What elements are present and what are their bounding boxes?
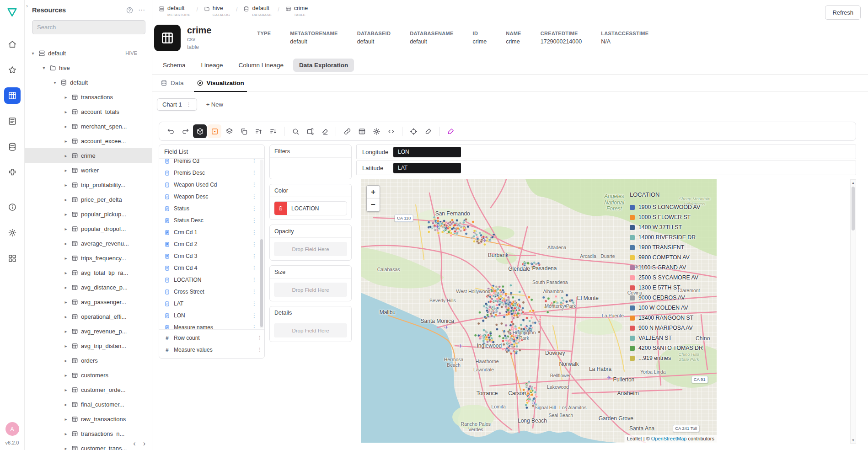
cube-button[interactable] (193, 124, 207, 138)
kebab-icon[interactable]: ⋮ (252, 312, 257, 319)
field-crm-cd-3[interactable]: Crm Cd 3⋮ (159, 250, 259, 262)
link-button[interactable] (340, 124, 354, 138)
subtab-data[interactable]: Data (161, 75, 184, 91)
tree-item-price-per-delta[interactable]: ▸price_per_delta (25, 192, 152, 207)
shelf-body-size[interactable]: Drop Field Here (270, 279, 351, 301)
undo-button[interactable] (164, 124, 177, 138)
field-crm-cd-1[interactable]: Crm Cd 1⋮ (159, 226, 259, 238)
canvas-size-button[interactable] (303, 124, 317, 138)
kebab-icon[interactable]: ⋮ (252, 300, 257, 307)
chart-menu-icon[interactable]: ⋮ (186, 102, 192, 108)
chevron-down-icon[interactable]: ▾ (52, 80, 58, 85)
trash-icon[interactable] (274, 201, 287, 215)
user-avatar[interactable]: A (5, 422, 19, 436)
rail-item-database[interactable] (4, 139, 21, 155)
tree-item-raw-transactions[interactable]: ▸raw_transactions (25, 412, 152, 426)
kebab-icon[interactable]: ⋮ (252, 229, 257, 236)
chart-tab-chart-1[interactable]: Chart 1⋮ (157, 98, 197, 111)
chevron-right-icon[interactable]: ▸ (63, 95, 69, 100)
sort-asc-button[interactable] (252, 124, 265, 138)
breadcrumb-item-crime-table[interactable]: crimeTABLE (285, 5, 308, 17)
field-crm-cd-2[interactable]: Crm Cd 2⋮ (159, 238, 259, 250)
tree-item-account-totals[interactable]: ▸account_totals (25, 104, 152, 119)
app-logo-icon[interactable] (6, 6, 18, 18)
tab-lineage[interactable]: Lineage (195, 59, 229, 72)
chevron-right-icon[interactable]: ▸ (63, 212, 69, 217)
chart-scrollbar[interactable]: ▲ ▼ (850, 179, 856, 444)
highlighter-button[interactable] (444, 124, 457, 138)
chevron-right-icon[interactable]: ▸ (63, 417, 69, 422)
chart-scroll-thumb[interactable] (852, 187, 855, 230)
tree-item-popular-dropof[interactable]: ▸popular_dropof... (25, 221, 152, 236)
measure-measure-values[interactable]: #Measure values⋮ (159, 344, 264, 356)
tree-item-avg-revenue-p[interactable]: ▸avg_revenue_p... (25, 324, 152, 338)
tree-item-account-excee[interactable]: ▸account_excee... (25, 134, 152, 148)
field-measure-names[interactable]: Measure names⋮ (159, 321, 259, 329)
zoom-in-button[interactable]: + (367, 186, 380, 198)
brush-button[interactable] (421, 124, 435, 138)
chevron-right-icon[interactable]: ▸ (63, 446, 69, 450)
kebab-icon[interactable]: ⋮ (252, 170, 257, 176)
help-icon[interactable] (126, 6, 134, 14)
tab-data-exploration[interactable]: Data Exploration (293, 59, 354, 72)
rail-item-plugin[interactable] (4, 164, 21, 181)
scroll-up-icon[interactable]: ▲ (851, 180, 856, 186)
field-location[interactable]: LOCATION⋮ (159, 274, 259, 286)
sort-desc-button[interactable] (266, 124, 280, 138)
rail-item-apps[interactable] (4, 250, 21, 267)
field-list-scrollbar[interactable] (260, 160, 263, 328)
kebab-icon[interactable]: ⋮ (252, 193, 257, 200)
chevron-right-icon[interactable]: ▸ (63, 226, 69, 231)
kebab-icon[interactable]: ⋮ (257, 347, 263, 353)
panel-collapse-icon[interactable]: › (26, 3, 28, 9)
chevron-right-icon[interactable]: ▸ (63, 373, 69, 378)
eraser-button[interactable] (318, 124, 332, 138)
layers-button[interactable] (222, 124, 236, 138)
rail-item-star[interactable] (4, 62, 21, 78)
chevron-down-icon[interactable]: ▾ (41, 65, 47, 70)
gear-button[interactable] (370, 124, 383, 138)
tree-item-transactions[interactable]: ▸transactions (25, 90, 152, 104)
kebab-icon[interactable]: ⋮ (252, 277, 257, 283)
field-pill-location[interactable]: LOCATION (274, 201, 347, 215)
field-premis-desc[interactable]: Premis Desc⋮ (159, 167, 259, 179)
rail-item-info[interactable] (4, 199, 21, 215)
rail-item-table-grid[interactable] (4, 87, 21, 104)
kebab-icon[interactable]: ⋮ (252, 289, 257, 295)
shelf-body-details[interactable]: Drop Field Here (270, 319, 351, 342)
shelf-body-filters[interactable] (270, 158, 351, 179)
zoom-button[interactable] (289, 124, 302, 138)
chevron-right-icon[interactable]: ▸ (63, 431, 69, 436)
chevron-right-icon[interactable]: ▸ (63, 300, 69, 305)
tree-item-trip-profitability[interactable]: ▸trip_profitability... (25, 177, 152, 192)
chevron-right-icon[interactable]: ▸ (63, 270, 69, 275)
geom-button[interactable] (208, 124, 221, 138)
breadcrumb-item-default-database[interactable]: defaultDATABASE (243, 5, 272, 17)
map-canvas[interactable]: San FernandoBurbankGlendalePasadenaAltad… (361, 179, 717, 443)
shelf-body-opacity[interactable]: Drop Field Here (270, 238, 351, 260)
field-crm-cd-4[interactable]: Crm Cd 4⋮ (159, 262, 259, 274)
chevron-right-icon[interactable]: ▸ (63, 182, 69, 188)
more-options-icon[interactable]: ⋯ (138, 6, 145, 14)
kebab-icon[interactable]: ⋮ (252, 182, 257, 188)
chevron-right-icon[interactable]: ▸ (63, 329, 69, 334)
chevron-right-icon[interactable]: ▸ (63, 153, 69, 158)
redo-button[interactable] (178, 124, 192, 138)
tree-item-merchant-spen[interactable]: ▸merchant_spen... (25, 119, 152, 134)
tab-column-lineage[interactable]: Column Lineage (233, 59, 289, 72)
kebab-icon[interactable]: ⋮ (252, 205, 257, 212)
breadcrumb-item-hive-catalog[interactable]: hiveCATALOG (204, 5, 230, 17)
chevron-right-icon[interactable]: ▸ (63, 197, 69, 202)
new-chart-button[interactable]: + New (206, 101, 223, 108)
kebab-icon[interactable]: ⋮ (252, 265, 257, 271)
zoom-out-button[interactable]: − (367, 198, 380, 211)
field-list-scroll-thumb[interactable] (260, 239, 263, 327)
tree-item-default[interactable]: ▾defaultHIVE (25, 46, 152, 60)
subtab-visualization[interactable]: Visualization (197, 75, 244, 91)
chevron-right-icon[interactable]: ▸ (63, 358, 69, 363)
breadcrumb-item-default-metastore[interactable]: defaultMETASTORE (159, 5, 190, 17)
table-button[interactable] (355, 124, 369, 138)
tree-item-customer-orde[interactable]: ▸customer_orde... (25, 382, 152, 397)
tree-item-orders[interactable]: ▸orders (25, 353, 152, 368)
tab-schema[interactable]: Schema (157, 59, 192, 72)
